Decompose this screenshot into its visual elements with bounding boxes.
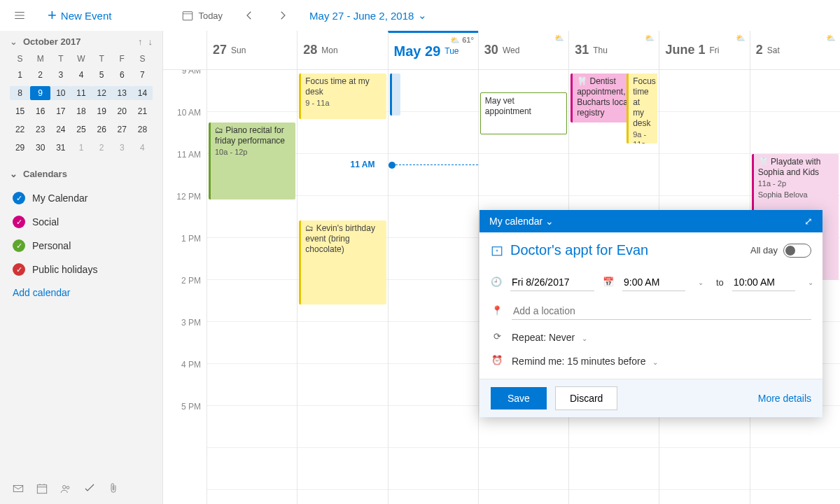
mini-day[interactable]: 25 — [71, 122, 91, 136]
tasks-icon[interactable] — [80, 479, 99, 498]
mini-day[interactable]: 13 — [112, 86, 132, 100]
calendar-picker-icon[interactable]: 📅 — [603, 276, 614, 289]
mini-day[interactable]: 31 — [50, 141, 71, 155]
mini-day[interactable]: 18 — [71, 104, 91, 118]
day-header[interactable]: 31Thu⛅ — [568, 31, 659, 69]
next-week-button[interactable] — [269, 1, 297, 29]
mini-day[interactable]: 6 — [112, 68, 132, 82]
mini-next-month[interactable]: ↓ — [148, 36, 153, 47]
today-button[interactable]: Today — [174, 1, 230, 29]
remind-value[interactable]: 15 minutes before — [567, 356, 645, 367]
calendar-checkbox[interactable]: ✓ — [13, 216, 25, 228]
event-title-input[interactable]: Doctor's appt for Evan — [510, 242, 743, 258]
calendar-item[interactable]: ✓Personal — [10, 234, 153, 258]
chevron-down-icon[interactable]: ⌄ — [648, 358, 662, 366]
mini-day[interactable]: 12 — [92, 86, 112, 100]
calendar-item[interactable]: ✓Social — [10, 210, 153, 234]
mini-day[interactable]: 1 — [71, 141, 91, 155]
mini-day[interactable]: 3 — [50, 68, 71, 82]
start-time-input[interactable] — [622, 274, 685, 291]
mini-day[interactable]: 8 — [10, 86, 30, 100]
add-calendar-link[interactable]: Add calendar — [10, 281, 153, 304]
day-header[interactable]: 28Mon — [297, 31, 387, 69]
day-header[interactable]: 30Wed⛅ — [478, 31, 568, 69]
day-col-tue[interactable]: 11 AM — [388, 70, 478, 504]
mini-day[interactable]: 9 — [30, 86, 50, 100]
mini-day[interactable]: 2 — [92, 141, 112, 155]
mini-day[interactable]: 27 — [112, 122, 132, 136]
mini-day[interactable]: 26 — [92, 122, 112, 136]
mini-day[interactable]: 28 — [132, 122, 153, 136]
mini-day[interactable]: 22 — [10, 122, 30, 136]
mini-day[interactable]: 16 — [30, 104, 50, 118]
mini-day[interactable]: 20 — [112, 104, 132, 118]
end-time-input[interactable] — [732, 274, 795, 291]
mini-weekday-header: S — [132, 54, 153, 64]
calendar-picker[interactable]: My calendar ⌄ — [489, 216, 554, 227]
all-day-toggle[interactable] — [783, 244, 811, 258]
start-date-input[interactable] — [510, 274, 594, 291]
event-slot[interactable] — [390, 74, 400, 115]
mini-day[interactable]: 10 — [50, 86, 71, 100]
mini-day[interactable]: 30 — [30, 141, 50, 155]
date-range-dropdown[interactable]: May 27 - June 2, 2018⌄ — [302, 9, 434, 22]
calendars-collapse-icon[interactable]: ⌄ — [10, 169, 18, 179]
mini-day[interactable]: 19 — [92, 104, 112, 118]
mini-day[interactable]: 15 — [10, 104, 30, 118]
calendar-label: Personal — [32, 240, 71, 251]
mini-day[interactable]: 4 — [71, 68, 91, 82]
mini-day[interactable]: 14 — [132, 86, 153, 100]
calendar-item[interactable]: ✓My Calendar — [10, 186, 153, 210]
expand-icon[interactable]: ⤢ — [804, 216, 813, 227]
mini-day[interactable]: 5 — [92, 68, 112, 82]
day-header[interactable]: May 29Tue⛅ 61° — [388, 31, 478, 69]
new-event-button[interactable]: +New Event — [39, 1, 120, 29]
mini-day[interactable]: 17 — [50, 104, 71, 118]
location-input[interactable] — [512, 302, 811, 320]
mail-icon[interactable] — [8, 479, 28, 498]
attachment-icon[interactable] — [104, 479, 123, 498]
day-header[interactable]: 27Sun — [206, 31, 297, 69]
save-button[interactable]: Save — [491, 387, 547, 410]
calendar-item[interactable]: ✓Public holidays — [10, 258, 153, 281]
mini-day[interactable]: 11 — [71, 86, 91, 100]
mini-day[interactable]: 1 — [10, 68, 30, 82]
event-piano[interactable]: 🗂 Piano recital for friday performance10… — [209, 122, 295, 200]
weather-icon: ⛅ — [645, 34, 654, 43]
mini-day[interactable]: 7 — [132, 68, 153, 82]
now-indicator — [388, 162, 396, 169]
calendar-checkbox[interactable]: ✓ — [13, 192, 25, 204]
repeat-value[interactable]: Never — [549, 332, 575, 343]
day-header[interactable]: 2Sat⛅ — [750, 31, 840, 69]
people-icon[interactable] — [56, 479, 76, 498]
calendar-collapse-icon[interactable]: ⌄ — [10, 36, 18, 47]
mini-day[interactable]: 21 — [132, 104, 153, 118]
chevron-down-icon[interactable]: ⌄ — [694, 279, 708, 286]
hamburger-icon[interactable] — [6, 1, 34, 29]
calendar-icon[interactable] — [32, 479, 52, 498]
more-details-link[interactable]: More details — [758, 393, 811, 404]
mini-prev-month[interactable]: ↑ — [138, 36, 143, 47]
mini-day[interactable]: 3 — [112, 141, 132, 155]
discard-button[interactable]: Discard — [555, 386, 617, 410]
mini-day[interactable]: 29 — [10, 141, 30, 155]
event-kevin[interactable]: 🗂 Kevin's birthday event (bring chocolat… — [299, 220, 386, 304]
mini-day[interactable]: 24 — [50, 122, 71, 136]
event-focus-thu[interactable]: Focus time at my desk9a - 11a — [626, 74, 657, 144]
mini-day[interactable]: 4 — [132, 141, 153, 155]
calendar-checkbox[interactable]: ✓ — [13, 239, 25, 252]
event-vet[interactable]: May vet appointment — [480, 92, 567, 134]
mini-day[interactable]: 23 — [30, 122, 50, 136]
calendar-checkbox[interactable]: ✓ — [13, 263, 25, 276]
quick-create-popover: My calendar ⌄ ⤢ Doctor's appt for Evan A… — [479, 210, 822, 417]
day-col-mon[interactable]: Focus time at my desk9 - 11a 🗂 Kevin's b… — [297, 70, 387, 504]
prev-week-button[interactable] — [235, 1, 263, 29]
mini-day[interactable]: 2 — [30, 68, 50, 82]
day-col-sun[interactable]: 🗂 Piano recital for friday performance10… — [206, 70, 297, 504]
day-header[interactable]: June 1Fri⛅ — [659, 31, 749, 69]
chevron-down-icon[interactable]: ⌄ — [804, 279, 818, 286]
hour-label: 12 PM — [163, 192, 206, 234]
chevron-down-icon[interactable]: ⌄ — [578, 335, 592, 342]
weather-badge: ⛅ 61° — [450, 36, 474, 45]
event-focus-mon[interactable]: Focus time at my desk9 - 11a — [299, 74, 386, 119]
